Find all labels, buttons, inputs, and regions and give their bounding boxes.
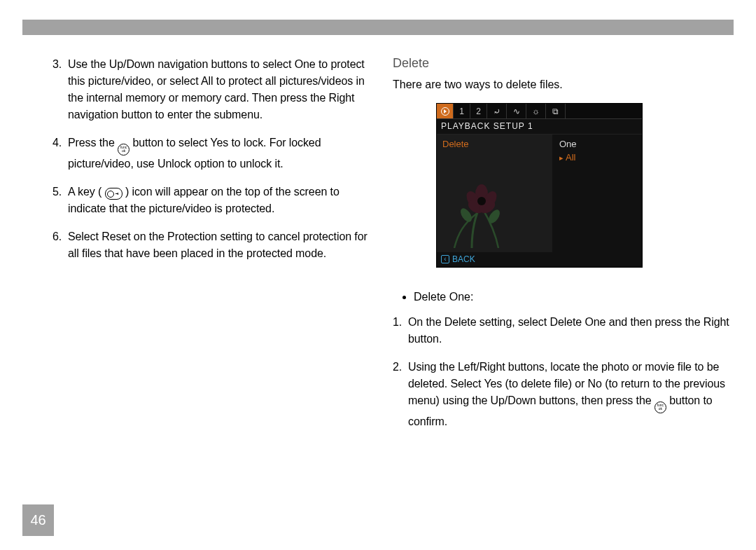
- svg-point-7: [477, 197, 486, 205]
- camera-back-label: BACK: [441, 254, 475, 264]
- step-number: 5.: [52, 184, 62, 200]
- tab-brightness-icon: ☼: [526, 104, 546, 118]
- step-number: 2.: [393, 359, 402, 376]
- camera-options-pane: One All: [552, 135, 642, 252]
- camera-tab-bar: 1 2 ⤾ ∿ ☼ ⧉: [437, 104, 642, 119]
- top-bar: [22, 20, 734, 35]
- instruction-list-left: 3.Use the Up/Down navigation buttons to …: [52, 56, 371, 262]
- tab-1: 1: [454, 104, 470, 118]
- step-text: Use the Up/Down navigation buttons to se…: [68, 58, 365, 121]
- flower-thumbnail-icon: [444, 181, 521, 248]
- right-column: Delete There are two ways to delete file…: [388, 56, 734, 501]
- key-lock-icon: [105, 188, 122, 200]
- step-text-before: A key (: [68, 186, 105, 198]
- func-ok-icon: funcok: [654, 401, 666, 413]
- left-column: 3.Use the Up/Down navigation buttons to …: [52, 56, 388, 501]
- step-number: 1.: [393, 314, 402, 331]
- step-6: 6.Select Reset on the Protection setting…: [68, 228, 371, 262]
- rstep-2: 2.Using the Left/Right buttons, locate t…: [408, 359, 734, 430]
- play-tab-icon: [437, 104, 454, 118]
- section-intro: There are two ways to delete files.: [393, 76, 734, 93]
- section-heading: Delete: [393, 56, 734, 71]
- page-number-text: 46: [30, 512, 46, 528]
- tab-frames-icon: ⧉: [546, 104, 566, 118]
- step-number: 4.: [52, 135, 62, 151]
- back-icon: [441, 255, 449, 263]
- option-all: All: [559, 152, 642, 163]
- camera-preview-pane: Delete: [437, 135, 552, 252]
- bullet-delete-one: Delete One:: [414, 289, 734, 305]
- bullet-list: Delete One:: [414, 289, 734, 305]
- tab-wave-icon: ∿: [507, 104, 526, 118]
- step-number: 3.: [52, 56, 62, 73]
- step-5: 5.A key ( ) icon will appear on the top …: [68, 184, 371, 217]
- option-one: One: [559, 139, 642, 149]
- tab-2: 2: [470, 104, 487, 118]
- step-text-before: Press the: [68, 137, 118, 149]
- step-text: On the Delete setting, select Delete One…: [408, 316, 729, 345]
- page-number: 46: [22, 504, 54, 536]
- step-number: 6.: [52, 228, 62, 245]
- rstep-1: 1.On the Delete setting, select Delete O…: [408, 314, 734, 348]
- content-area: 3.Use the Up/Down navigation buttons to …: [52, 56, 734, 501]
- menu-left-label: Delete: [442, 139, 469, 149]
- back-text: BACK: [452, 254, 475, 264]
- func-ok-icon: funcok: [118, 144, 130, 156]
- step-text: Select Reset on the Protection setting t…: [68, 231, 368, 259]
- step-4: 4.Press the funcok button to select Yes …: [68, 135, 371, 172]
- instruction-list-right: 1.On the Delete setting, select Delete O…: [393, 314, 734, 430]
- camera-header: PLAYBACK SETUP 1: [437, 119, 642, 135]
- camera-screenshot: 1 2 ⤾ ∿ ☼ ⧉ PLAYBACK SETUP 1 Delete: [436, 103, 643, 268]
- step-3: 3.Use the Up/Down navigation buttons to …: [68, 56, 371, 123]
- tab-rotate-icon: ⤾: [487, 104, 507, 118]
- camera-body: Delete: [437, 135, 642, 252]
